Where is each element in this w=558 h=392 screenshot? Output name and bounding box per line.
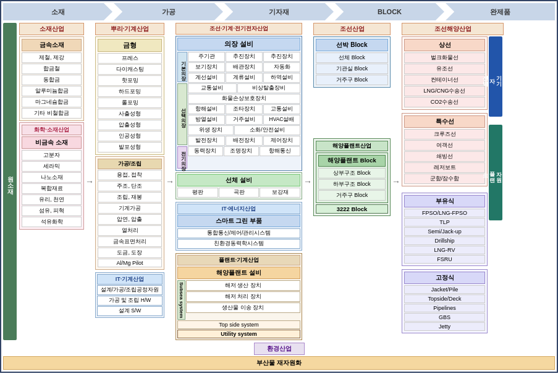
- col2-header: 뿌리·기계산업: [95, 23, 164, 35]
- teuksu-item-5: 군함/잠수함: [404, 173, 485, 184]
- chem-item-3: 나노소재: [22, 172, 82, 183]
- col5-left: 상선 벌크화물선 유조선 컨테이너선 LNG/CNG수송선 CO2수송선 특수선: [402, 36, 488, 333]
- seontaek-item-12: 발전장치: [188, 136, 225, 146]
- gojung-items: Jacket/Pile Topside/Deck Pipelines GBS J…: [404, 285, 485, 331]
- teuksu-item-3: 쇄빙선: [404, 151, 485, 162]
- gongjo-item-5: 압연, 압출: [98, 214, 162, 225]
- arrow-right-icon-4: →: [392, 177, 400, 186]
- gongjo-item-9: Al/Mg Pilot: [98, 259, 162, 267]
- hayang-block-inner: 해양플랜트 Block 상부구조 Block 하부구조 Block 거주구 Bl…: [316, 152, 388, 203]
- gongjo-header: 가공/조립: [98, 159, 162, 169]
- metal-item-5: 마그네슘합금: [22, 97, 82, 107]
- col5-header: 조선해양산업: [402, 23, 504, 35]
- col5-content: 상선 벌크화물선 유조선 컨테이너선 LNG/CNG수송선 CO2수송선 특수선: [402, 36, 504, 333]
- teuksu-section: 특수선 크루즈선 여객선 쇄빙선 레저보트 군함/잠수함: [402, 113, 488, 186]
- uijang-title: 의장 설비: [177, 38, 300, 51]
- col2-it-item-2: 가공 및 조립 H/W: [97, 296, 163, 306]
- plant-header: 플랜트·기계산업: [177, 255, 300, 265]
- bottom-bar: 부산물 재자원화: [3, 356, 555, 370]
- seontaek-item-4: 항해설비: [188, 104, 225, 114]
- seonje-item-1: 평판: [177, 188, 218, 198]
- teuksu-items: 크루즈선 여객선 쇄빙선 레저보트 군함/잠수함: [404, 129, 485, 184]
- seontaek-item-7: 방열설비: [188, 115, 225, 125]
- seontaek-item-8: 거주설비: [226, 115, 263, 125]
- kibonuijang-row2: 보기장치 배관장치 자동화: [188, 62, 300, 72]
- col3-it-title: IT·에너지산업: [177, 204, 300, 214]
- seonbak-block-items: 선체 Block 기관실 Block 거주구 Block: [316, 52, 388, 85]
- seontaek-row4: 방열설비 거주설비 HVAC설배: [188, 115, 300, 125]
- gojung-item-4: GBS: [404, 313, 485, 322]
- sangseon-section: 상선 벌크화물선 유조선 컨테이너선 LNG/CNG수송선 CO2수송선: [402, 36, 488, 110]
- chem-section: 화학·소재산업 비금속 소재 고분자 세라믹 나노소재 복합재료 유리, 천연 …: [19, 122, 84, 230]
- gongjo-item-4: 기계가공: [98, 203, 162, 214]
- seonbak-block-title: 선박 Block: [316, 39, 388, 51]
- hayang-plant-section: 플랜트·기계산업 해양플랜트 설비 Subsea system 해저 생산 장치…: [175, 253, 302, 340]
- col2-it-item-3: 설계 S/W: [97, 306, 163, 316]
- metal-title: 금속소재: [22, 39, 82, 51]
- kibonuijang-item-2: 추진장치: [226, 52, 263, 62]
- sangseon-items: 벌크화물선 유조선 컨테이너선 LNG/CNG수송선 CO2수송선: [404, 52, 485, 107]
- metal-section: 금속소재 제철, 제강 합금철 동합금 알루미늄합금 마그네슘합금 기타 비철합…: [19, 36, 84, 121]
- plant-item-2: 해저 처리 장치: [186, 291, 300, 302]
- col3-header: 조선·기계·전기전자산업: [175, 23, 302, 35]
- metal-items: 제철, 제강 합금철 동합금 알루미늄합금 마그네슘합금 기타 비철합금: [22, 52, 82, 119]
- col-wanjepum: 조선해양산업 상선 벌크화물선 유조선 컨테이너선 LNG/CNG수송선 CO2…: [402, 23, 504, 340]
- hayang-block-header: 해양플랜트산업: [316, 141, 388, 151]
- gongjo-item-1: 용접, 접착: [98, 170, 162, 180]
- gojung-item-3: Pipelines: [404, 304, 485, 312]
- seonbak-block-section: 선박 Block 선체 Block 기관실 Block 거주구 Block: [313, 36, 391, 88]
- bottom-label: 환경산업: [254, 343, 305, 355]
- kibonuijang-row3: 계선설비 계류설비 하역설비: [188, 73, 300, 83]
- utility-system-label: Utility system: [177, 330, 300, 338]
- arrow-4: →: [392, 23, 400, 340]
- right-label-1: 고부기기자선박: [489, 36, 502, 117]
- smart-item-2: 친환경동력학시스템: [177, 239, 300, 249]
- metal-item-1: 제철, 제강: [22, 52, 82, 63]
- kibonuijang-row1: 주기관 추진장치 추진장치: [188, 52, 300, 62]
- seonbak-block-item-2: 기관실 Block: [316, 64, 388, 74]
- col-gijajae: 조선·기계·전기전자산업 의장 설비 기본의장 주기관 추진장치 추진장치 보기…: [175, 23, 302, 340]
- gojung-item-5: Jetty: [404, 322, 485, 331]
- teuksu-title: 특수선: [404, 115, 485, 128]
- teuksu-item-1: 크루즈선: [404, 129, 485, 140]
- seontaek-item-11: 소화/안전설비: [234, 125, 300, 135]
- plant-content: Subsea system 해저 생산 장치 해저 처리 장치 생산물 이송 장…: [177, 280, 300, 320]
- buyu-items: FPSO/LNG-FPSO TLP Semi/Jack-up Drillship…: [404, 209, 485, 264]
- gojung-title: 고정식: [404, 272, 485, 284]
- geumhyeong-item-1: 프레스: [98, 53, 162, 64]
- gongjo-item-7: 금속표면처리: [98, 236, 162, 247]
- chem-header: 화학·소재산업: [22, 125, 82, 135]
- arrow-2: →: [166, 23, 174, 340]
- kibonuijang-content: 주기관 추진장치 추진장치 보기장치 배관장치 자동화 계선설비 계류설비: [188, 52, 300, 83]
- kibonuijang-item-7: 계선설비: [188, 73, 225, 83]
- subsea-label: Subsea system: [177, 280, 185, 320]
- metal-item-6: 기타 비철합금: [22, 108, 82, 119]
- right-label-1-text: 고부기기자선박: [482, 71, 509, 82]
- buyu-title: 부유식: [404, 195, 485, 207]
- gongjo-item-6: 열처리: [98, 225, 162, 236]
- spacer1: [402, 188, 488, 191]
- jeongkiuijang-row: 전기의장 동력장치 조명장치 항해통신: [177, 146, 300, 169]
- col2-it-section: IT·기계산업 설계/가공/조립공정자원 가공 및 조립 H/W 설계 S/W: [95, 272, 164, 318]
- sangseon-title: 상선: [404, 39, 485, 51]
- chem-item-5: 유리, 천연: [22, 194, 82, 205]
- arrow-right-icon-1: →: [85, 177, 94, 186]
- chem-items: 고분자 세라믹 나노소재 복합재료 유리, 천연 섬유, 피혁 석유화학: [22, 150, 82, 227]
- jeongkiuijang-label: 전기의장: [177, 146, 187, 169]
- smart-title: 스마트 그린 부품: [177, 215, 300, 227]
- chem-title: 비금속 소재: [22, 136, 82, 149]
- chem-item-6: 섬유, 피혁: [22, 206, 82, 216]
- sangseon-item-4: LNG/CNG수송선: [404, 86, 485, 96]
- gojung-section: 고정식 Jacket/Pile Topside/Deck Pipelines G…: [402, 269, 488, 333]
- metal-item-3: 동합금: [22, 75, 82, 85]
- seontaek-row3: 항해설비 조타장치 고통설비: [188, 104, 300, 114]
- teuksu-item-4: 레저보트: [404, 162, 485, 173]
- seonje-section: 선체 설비 평판 곡판 보강재: [175, 172, 302, 199]
- seontaek-row2: 화물손상보호장치: [188, 94, 300, 104]
- chem-item-7: 석유화학: [22, 217, 82, 227]
- geumhyeong-item-2: 다이캐스팅: [98, 64, 162, 75]
- jeongki-row1: 동력장치 조명장치 항해통신: [188, 146, 300, 156]
- col2-it-item-1: 설계/가공/조립공정자원: [97, 285, 163, 295]
- jeongki-item-2: 조명장치: [224, 146, 259, 156]
- metal-item-2: 합금철: [22, 64, 82, 74]
